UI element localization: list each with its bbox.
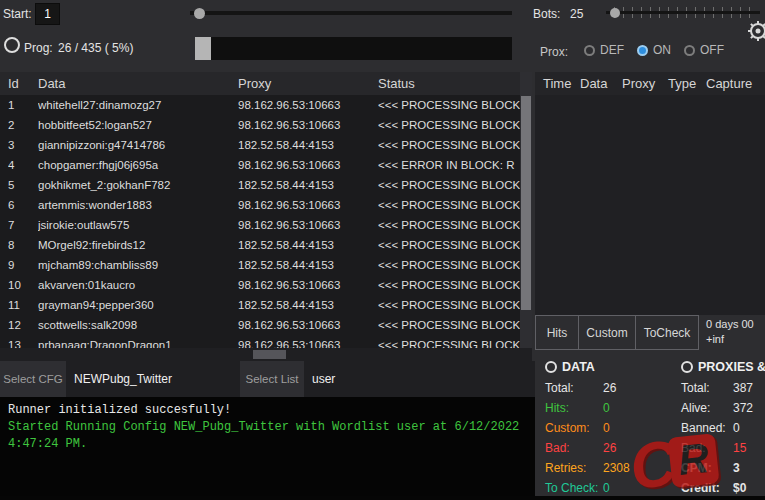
stat-value: 15 [733,441,746,455]
cell-data: scottwells:salk2098 [38,319,238,331]
table-row[interactable]: 6 artemmis:wonder1883 98.162.96.53:10663… [0,195,520,215]
stat-label: Hits: [545,401,603,415]
config-name-field[interactable]: NEWPubg_Twitter [66,361,240,397]
column-header-hit-type[interactable]: Type [668,76,706,91]
stat-label: Bad: [681,441,733,455]
select-list-button[interactable]: Select List [240,361,304,397]
radio-circle-icon [637,45,648,56]
stat-row: To Check: 0 [545,478,665,498]
stat-value: 2308 [603,461,630,475]
start-slider[interactable] [190,7,512,20]
cell-status: <<< PROCESSING BLOCK [378,119,520,131]
column-header-proxy[interactable]: Proxy [238,76,378,91]
column-header-hit-capture[interactable]: Capture [706,76,765,91]
column-header-hit-proxy[interactable]: Proxy [622,76,668,91]
horizontal-scrollbar-thumb[interactable] [253,350,286,359]
radio-circle-icon [684,45,695,56]
start-label: Start: [3,7,32,21]
prox-radio[interactable]: ON [637,43,671,57]
table-row[interactable]: 2 hobbitfeet52:logan527 98.162.96.53:106… [0,115,520,135]
bots-slider-thumb[interactable] [610,8,620,18]
radio-label: ON [653,43,671,57]
start-input[interactable] [35,3,60,25]
vertical-scrollbar[interactable] [520,72,532,348]
cell-proxy: 98.162.96.53:10663 [238,319,378,331]
cell-data: chopgamer:fhgj06j695a [38,159,238,171]
table-row[interactable]: 7 jsirokie:outlaw575 98.162.96.53:10663 … [0,215,520,235]
stat-label: To Check: [545,481,603,495]
table-row[interactable]: 10 akvarven:01kaucro 98.162.96.53:10663 … [0,275,520,295]
wordlist-name-field[interactable]: user [304,361,535,397]
table-row[interactable]: 12 scottwells:salk2098 98.162.96.53:1066… [0,315,520,335]
cell-status: <<< PROCESSING BLOCK [378,199,520,211]
stat-label: Bad: [545,441,603,455]
table-row[interactable]: 1 whitehell27:dinamozg27 98.162.96.53:10… [0,95,520,115]
timer-remaining: +inf [706,332,754,347]
table-row[interactable]: 3 giannipizzoni:g47414786 182.52.58.44:4… [0,135,520,155]
stat-label: Credit: [681,481,733,495]
start-slider-thumb[interactable] [194,8,205,19]
radio-circle-icon [584,45,595,56]
table-row[interactable]: 5 gokhikmet_2:gokhanF782 182.52.58.44:41… [0,175,520,195]
table-row[interactable]: 13 prbanaag:DragonDragon1 98.162.96.53:1… [0,335,520,348]
cell-data: akvarven:01kaucro [38,279,238,291]
radio-label: OFF [700,43,724,57]
prox-radio[interactable]: OFF [684,43,724,57]
gear-icon[interactable] [747,20,765,42]
vertical-scrollbar-thumb[interactable] [521,96,531,310]
cell-proxy: 182.52.58.44:4153 [238,239,378,251]
cell-proxy: 182.52.58.44:4153 [238,299,378,311]
stat-value: 0 [603,421,610,435]
table-row[interactable]: 9 mjcham89:chambliss89 182.52.58.44:4153… [0,255,520,275]
cell-proxy: 182.52.58.44:4153 [238,179,378,191]
start-slider-track [190,11,512,15]
column-header-id[interactable]: Id [8,76,38,91]
proxy-stats-header: PROXIES & [681,356,765,378]
stat-label: Retries: [545,461,603,475]
cell-id: 3 [8,139,38,151]
data-stats-section: DATA Total: 26 Hits: 0 Custom: 0 Bad: 26… [545,356,665,498]
cell-status: <<< PROCESSING BLOCK [378,339,520,348]
cell-id: 4 [8,159,38,171]
progress-value: 26 / 435 ( 5%) [58,41,133,55]
cell-id: 11 [8,299,38,311]
radio-label: DEF [600,43,624,57]
stat-row: Banned: 0 [681,418,765,438]
stat-row: Credit: $0 [681,478,765,498]
tab-custom[interactable]: Custom [578,315,636,350]
hits-panel: Time Data Proxy Type Capture [535,72,765,315]
proxy-stats-section: PROXIES & Total: 387 Alive: 372 Banned: … [681,356,765,498]
tab-hits[interactable]: Hits [535,315,579,350]
tab-tocheck[interactable]: ToCheck [635,315,699,350]
stat-row: Retries: 2308 [545,458,665,478]
cell-id: 9 [8,259,38,271]
log-console[interactable]: Runner initialized succesfully!Started R… [0,397,535,500]
cell-status: <<< PROCESSING BLOCK [378,99,520,111]
stat-row: Total: 26 [545,378,665,398]
bots-slider[interactable] [606,6,760,20]
cell-data: mjcham89:chambliss89 [38,259,238,271]
results-table-body: 1 whitehell27:dinamozg27 98.162.96.53:10… [0,95,520,348]
stat-label: Banned: [681,421,733,435]
table-row[interactable]: 8 MOrgel92:firebirds12 182.52.58.44:4153… [0,235,520,255]
cell-proxy: 98.162.96.53:10663 [238,159,378,171]
prox-radio[interactable]: DEF [584,43,624,57]
select-cfg-button[interactable]: Select CFG [0,361,66,397]
cell-proxy: 182.52.58.44:4153 [238,139,378,151]
column-header-hit-data[interactable]: Data [580,76,622,91]
cell-id: 10 [8,279,38,291]
stat-label: Total: [545,381,603,395]
column-header-status[interactable]: Status [378,76,520,91]
bottom-strip [0,496,765,500]
table-row[interactable]: 11 grayman94:pepper360 182.52.58.44:4153… [0,295,520,315]
horizontal-scrollbar[interactable] [0,348,532,361]
stat-row: Bad: 26 [545,438,665,458]
column-header-time[interactable]: Time [543,76,580,91]
cell-status: <<< PROCESSING BLOCK [378,239,520,251]
start-stop-button[interactable] [4,37,20,53]
proxy-stats-title: PROXIES & [698,360,765,374]
column-header-data[interactable]: Data [38,76,238,91]
table-row[interactable]: 4 chopgamer:fhgj06j695a 98.162.96.53:106… [0,155,520,175]
stat-label: Custom: [545,421,603,435]
cell-proxy: 98.162.96.53:10663 [238,99,378,111]
